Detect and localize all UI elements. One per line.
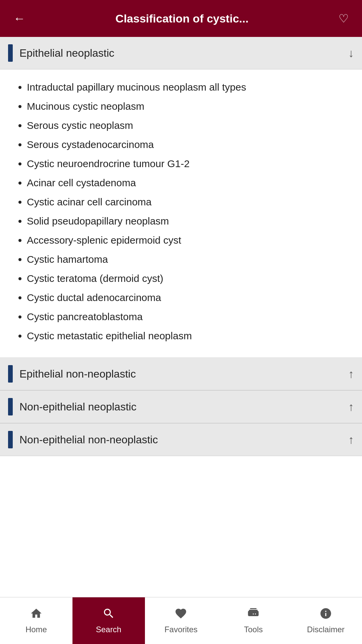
list-item: Cystic neuroendrocrine tumour G1-2 [27,156,349,171]
home-icon [30,607,43,623]
list-item: Serous cystic neoplasm [27,118,349,133]
section-arrow-up: ↑ [348,433,354,446]
search-icon [102,607,115,623]
epithelial-neoplastic-list: Intraductal papillary mucinous neoplasm … [0,69,362,358]
nav-tools[interactable]: Tools [217,597,290,644]
main-content: Epithelial neoplastic ↓ Intraductal papi… [0,37,362,503]
list-item: Solid pseudopapillary neoplasm [27,213,349,229]
section-title: Non-epithelial non-neoplastic [19,434,345,446]
disclaimer-label: Disclaimer [307,625,345,634]
section-accent-bar [8,431,13,448]
section-epithelial-neoplastic[interactable]: Epithelial neoplastic ↓ [0,37,362,69]
list-item: Intraductal papillary mucinous neoplasm … [27,80,349,95]
section-title: Epithelial non-neoplastic [19,368,345,380]
favorites-icon [174,607,187,623]
section-accent-bar [8,365,13,383]
list-item: Cystic hamartoma [27,252,349,267]
nav-disclaimer[interactable]: Disclaimer [290,597,362,644]
neoplastic-items: Intraductal papillary mucinous neoplasm … [17,80,349,343]
header: ← Classification of cystic... ♡ [0,0,362,37]
list-item: Accessory-splenic epidermoid cyst [27,233,349,248]
list-item: Cystic teratoma (dermoid cyst) [27,271,349,286]
section-non-epithelial-non-neoplastic[interactable]: Non-epithelial non-neoplastic ↑ [0,424,362,456]
favorites-label: Favorites [164,625,198,634]
section-accent-bar [8,398,13,415]
section-arrow-up: ↑ [348,367,354,381]
list-item: Mucinous cystic neoplasm [27,99,349,114]
list-item: Cystic pancreatoblastoma [27,309,349,324]
disclaimer-icon [319,607,332,623]
list-item: Cystic acinar cell carcinoma [27,194,349,209]
search-label: Search [96,625,121,634]
list-item: Cystic ductal adenocarcinoma [27,290,349,305]
section-title: Non-epithelial neoplastic [19,401,345,413]
tools-icon [247,607,260,623]
nav-search[interactable]: Search [72,597,145,644]
section-title: Epithelial neoplastic [19,47,345,59]
list-item: Acinar cell cystadenoma [27,175,349,190]
section-arrow-down: ↓ [348,47,354,60]
tools-label: Tools [244,625,263,634]
section-epithelial-non-neoplastic[interactable]: Epithelial non-neoplastic ↑ [0,358,362,390]
list-item: Cystic metastatic epithelial neoplasm [27,328,349,343]
section-accent-bar [8,44,13,62]
nav-home[interactable]: Home [0,597,72,644]
page-title: Classification of cystic... [29,12,335,25]
list-item: Serous cystadenocarcinoma [27,137,349,152]
section-non-epithelial-neoplastic[interactable]: Non-epithelial neoplastic ↑ [0,391,362,423]
nav-favorites[interactable]: Favorites [145,597,217,644]
section-arrow-up: ↑ [348,400,354,413]
bottom-navigation: Home Search Favorites Tools [0,597,362,644]
home-label: Home [25,625,47,634]
back-button[interactable]: ← [10,9,29,28]
favorite-button[interactable]: ♡ [335,8,352,29]
